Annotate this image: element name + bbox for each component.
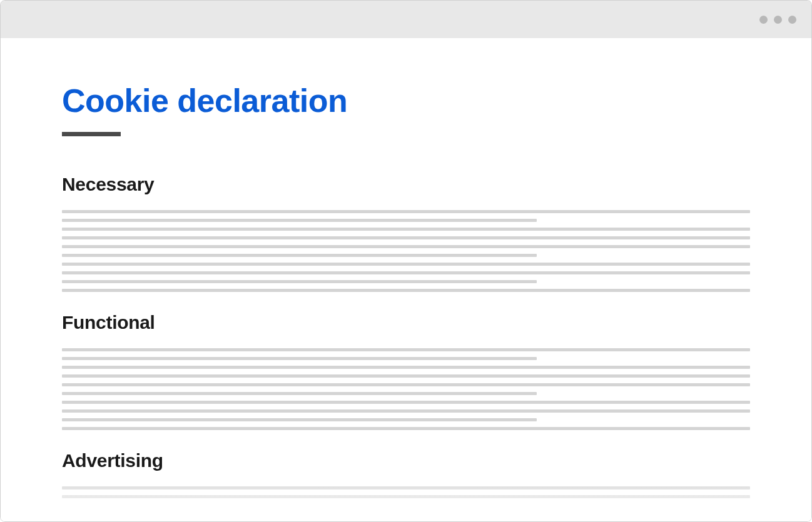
placeholder-line xyxy=(62,271,750,274)
window-control-dot[interactable] xyxy=(774,16,782,24)
placeholder-line xyxy=(62,254,537,257)
window-controls xyxy=(759,16,796,24)
title-bar xyxy=(1,1,811,38)
page-title: Cookie declaration xyxy=(62,82,750,119)
placeholder-line xyxy=(62,219,537,222)
cookie-section: Advertising xyxy=(62,450,750,498)
sections-container: NecessaryFunctionalAdvertising xyxy=(62,174,750,498)
title-underline xyxy=(62,132,121,136)
placeholder-line xyxy=(62,357,537,360)
placeholder-line xyxy=(62,495,750,498)
cookie-section: Necessary xyxy=(62,174,750,292)
placeholder-line xyxy=(62,418,537,421)
section-heading: Necessary xyxy=(62,174,750,195)
placeholder-line xyxy=(62,374,750,378)
placeholder-line xyxy=(62,427,750,430)
placeholder-line xyxy=(62,245,750,248)
cookie-section: Functional xyxy=(62,312,750,430)
placeholder-line xyxy=(62,383,750,386)
placeholder-line xyxy=(62,392,537,395)
placeholder-line xyxy=(62,366,750,369)
window-frame: Cookie declaration NecessaryFunctionalAd… xyxy=(0,0,812,522)
placeholder-line xyxy=(62,486,750,489)
placeholder-line xyxy=(62,401,750,404)
placeholder-line xyxy=(62,409,750,413)
placeholder-line xyxy=(62,289,750,292)
content-area: Cookie declaration NecessaryFunctionalAd… xyxy=(1,38,811,521)
placeholder-line xyxy=(62,348,750,351)
section-heading: Functional xyxy=(62,312,750,333)
placeholder-line xyxy=(62,236,750,239)
section-heading: Advertising xyxy=(62,450,750,471)
placeholder-text-block xyxy=(62,348,750,430)
placeholder-text-block xyxy=(62,486,750,498)
placeholder-line xyxy=(62,263,750,266)
window-control-dot[interactable] xyxy=(759,16,768,24)
window-control-dot[interactable] xyxy=(788,16,796,24)
placeholder-line xyxy=(62,228,750,231)
placeholder-line xyxy=(62,280,537,283)
placeholder-line xyxy=(62,210,750,213)
placeholder-text-block xyxy=(62,210,750,292)
